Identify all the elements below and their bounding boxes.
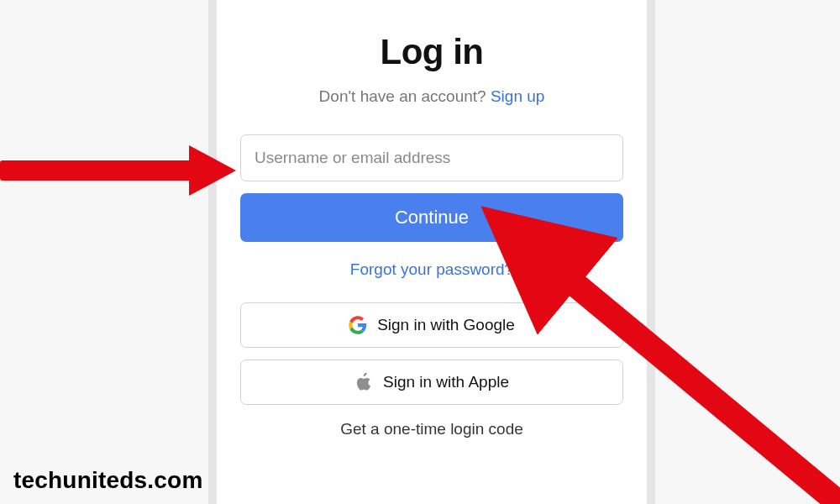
google-signin-button[interactable]: Sign in with Google: [240, 302, 623, 348]
card-shadow-right: [647, 0, 655, 504]
signup-prompt-text: Don't have an account?: [319, 87, 491, 105]
login-form: Continue Forgot your password? Sign in w…: [217, 134, 647, 438]
signup-link[interactable]: Sign up: [491, 87, 544, 105]
signup-prompt: Don't have an account? Sign up: [217, 87, 647, 106]
login-card: Log in Don't have an account? Sign up Co…: [217, 0, 647, 504]
continue-button[interactable]: Continue: [240, 193, 623, 242]
annotation-arrow-1: [0, 145, 242, 196]
watermark-text: techuniteds.com: [13, 467, 202, 494]
page-title: Log in: [217, 32, 647, 72]
username-input[interactable]: [240, 134, 623, 181]
forgot-password-link[interactable]: Forgot your password?: [350, 260, 513, 278]
google-icon: [349, 316, 367, 334]
forgot-password-row: Forgot your password?: [240, 260, 623, 279]
google-signin-label: Sign in with Google: [377, 316, 515, 334]
apple-signin-button[interactable]: Sign in with Apple: [240, 360, 623, 405]
apple-signin-label: Sign in with Apple: [383, 373, 509, 391]
one-time-code-link[interactable]: Get a one-time login code: [240, 417, 623, 438]
apple-icon: [354, 373, 373, 391]
card-shadow-left: [208, 0, 217, 504]
